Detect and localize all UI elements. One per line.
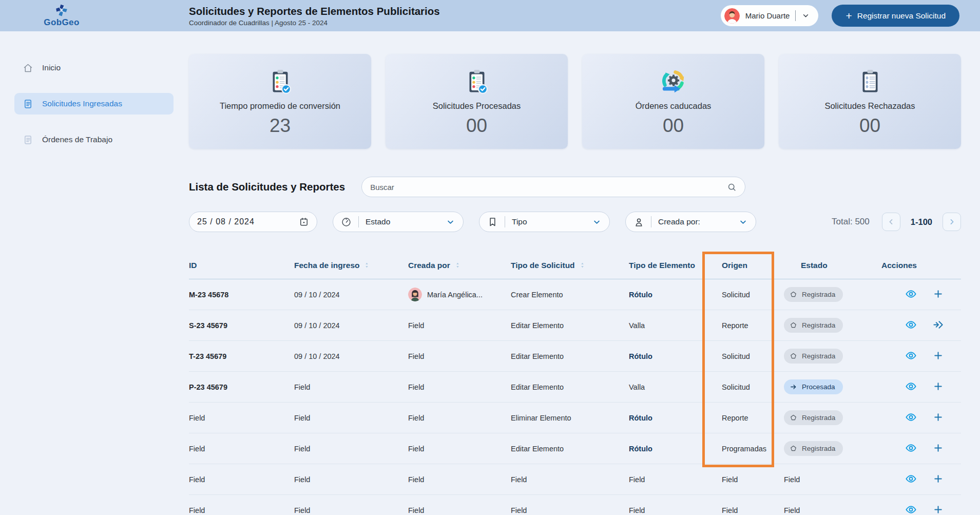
cell-tipo-elemento: Rótulo [629,352,702,360]
add-action-button[interactable] [932,411,944,425]
view-action-button[interactable] [905,350,917,363]
cell-text: Field [408,383,424,391]
column-header-label: Origen [722,261,747,270]
cell-tipo-solicitud: Editar Elemento [511,352,629,360]
cell-tipo-solicitud: Crear Elemento [511,291,629,299]
status-badge-label: Registrada [802,445,835,452]
column-header-label: Estado [801,261,828,270]
cell-acciones [875,380,961,394]
cell-estado: Field [774,475,875,484]
table-row: T-23 4567909 / 10 / 2024FieldEditar Elem… [189,341,961,372]
forward-action-button[interactable] [932,319,944,332]
eye-icon [905,288,917,300]
column-header-estado[interactable]: Estado [774,261,875,270]
sidebar-item-ordenes-de-trabajo[interactable]: Órdenes de Trabajo [14,129,174,150]
view-action-button[interactable] [905,288,917,301]
chevron-right-icon [947,217,956,226]
table-row: P-23 45679FieldFieldEditar ElementoValla… [189,372,961,403]
cell-acciones [875,442,961,455]
table-row: S-23 4567909 / 10 / 2024FieldEditar Elem… [189,310,961,341]
column-header-fecha[interactable]: Fecha de ingreso [294,261,408,270]
pagination-next-button[interactable] [943,213,961,231]
view-action-button[interactable] [905,319,917,332]
cell-tipo-elemento: Field [629,506,702,514]
cell-id: Field [189,414,294,422]
stats-cards-row: Tiempo promedio de conversión23Solicitud… [189,54,961,149]
view-action-button[interactable] [905,411,917,425]
stat-card-value: 00 [663,115,684,137]
add-action-button[interactable] [932,504,944,515]
cell-text: S-23 45679 [189,321,227,330]
view-action-button[interactable] [905,380,917,394]
add-action-button[interactable] [932,350,944,363]
cell-tipo-elemento: Rótulo [629,414,702,422]
view-action-button[interactable] [905,504,917,515]
cell-tipo-elemento: Rótulo [629,445,702,453]
cell-id: Field [189,506,294,514]
sidebar-item-solicitudes-ingresadas[interactable]: Solicitudes Ingresadas [14,93,174,115]
chevron-down-icon[interactable] [801,11,810,20]
cell-origen: Field [702,475,774,484]
column-header-id[interactable]: ID [189,261,294,270]
cell-estado: Registrada [774,287,875,302]
add-action-button[interactable] [932,288,944,301]
pagination-prev-button[interactable] [882,213,900,231]
search-input[interactable] [370,183,727,192]
column-header-label: ID [189,261,197,270]
column-header-creada_por[interactable]: Creada por [408,261,511,270]
plus-icon [932,473,944,485]
add-action-button[interactable] [932,473,944,486]
calendar-icon[interactable] [299,217,309,227]
stat-card: Tiempo promedio de conversión23 [189,54,371,149]
creada-por-filter-select[interactable]: Creada por: [625,212,756,232]
sort-icon[interactable] [454,261,462,269]
eye-icon [905,442,917,454]
sort-icon[interactable] [579,261,586,269]
cell-text: Crear Elemento [511,291,563,299]
view-action-button[interactable] [905,473,917,486]
divider [795,10,796,21]
chevron-down-icon[interactable] [738,217,748,227]
tipo-filter-select[interactable]: Tipo [479,212,610,232]
cell-acciones [875,473,961,486]
user-menu[interactable]: Mario Duarte [721,5,819,26]
chevron-down-icon[interactable] [592,217,602,227]
cell-estado: Procesada [774,379,875,394]
add-action-button[interactable] [932,442,944,455]
sidebar-item-label: Solicitudes Ingresadas [42,99,122,108]
cell-text: Solicitud [722,291,750,299]
sidebar-item-inicio[interactable]: Inicio [14,57,174,79]
column-header-tipo_solicitud[interactable]: Tipo de Solicitud [511,261,629,270]
search-box[interactable] [361,177,745,197]
column-header-origen[interactable]: Origen [702,261,774,270]
cell-origen: Programadas [702,445,774,453]
cell-text: Field [722,475,738,484]
app-logo[interactable]: GobGeo [0,4,123,28]
date-filter[interactable]: 25 / 08 / 2024 [189,212,317,232]
search-icon[interactable] [727,182,737,192]
add-action-button[interactable] [932,380,944,394]
cell-text: Solicitud [722,352,750,360]
eye-icon [905,350,917,361]
view-action-button[interactable] [905,442,917,455]
cell-fecha: Field [294,383,408,391]
chevron-down-icon[interactable] [446,217,455,227]
cell-fecha: Field [294,506,408,514]
column-header-acciones[interactable]: Acciones [875,261,961,270]
column-header-tipo_elemento[interactable]: Tipo de Elemento [629,261,702,270]
cell-id: Field [189,445,294,453]
cell-origen: Reporte [702,321,774,330]
divider [358,216,359,227]
cell-acciones [875,288,961,301]
cell-tipo-elemento: Field [629,475,702,484]
status-badge-label: Registrada [802,352,835,360]
register-new-request-button[interactable]: + Registrar nueva Solicitud [832,5,959,27]
pentagon-icon [790,445,797,452]
estado-filter-select[interactable]: Estado [333,212,464,232]
status-badge: Registrada [784,349,843,364]
cell-tipo-solicitud: Editar Elemento [511,445,629,453]
sort-icon[interactable] [363,261,371,269]
cell-text: Field [294,475,310,484]
pentagon-icon [790,291,797,298]
clipboard-check-icon [462,67,492,97]
